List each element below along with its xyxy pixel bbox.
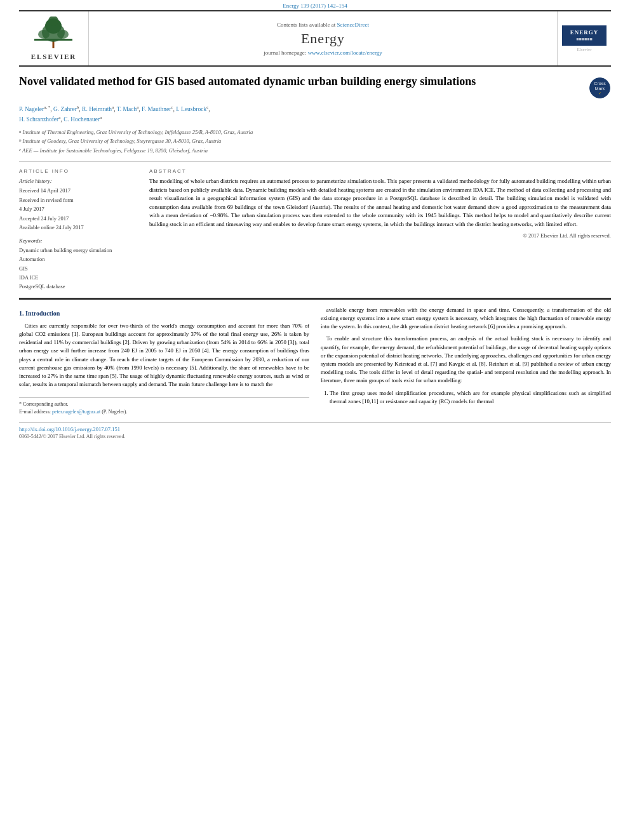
- affiliation-a: a Institute of Thermal Engineering, Graz…: [19, 128, 611, 137]
- crossmark-logo: Cross Mark ✓: [589, 77, 611, 99]
- affiliation-c: c AEE — Institute for Sustainable Techno…: [19, 147, 611, 156]
- body-col-left: 1. Introduction Cities are currently res…: [19, 306, 309, 417]
- body-two-col: 1. Introduction Cities are currently res…: [19, 306, 611, 417]
- journal-homepage-link[interactable]: www.elsevier.com/locate/energy: [308, 50, 382, 56]
- bottom-bar: http://dx.doi.org/10.1016/j.energy.2017.…: [19, 422, 611, 439]
- article-dates: Received 14 April 2017 Received in revis…: [19, 186, 137, 232]
- intro-para-1: Cities are currently responsible for ove…: [19, 322, 309, 389]
- date-online: Available online 24 July 2017: [19, 223, 137, 232]
- keyword-3: GIS: [19, 264, 137, 273]
- tools-list: The first group uses model simplificatio…: [330, 389, 611, 406]
- email-link[interactable]: peter.nageler@tugraz.at: [52, 409, 100, 415]
- energy-logo-area: ENERGY ■■■■■■ Elsevier: [557, 11, 611, 65]
- author-mach[interactable]: T. Mach: [117, 106, 137, 112]
- footnote-area: * Corresponding author. E-mail address: …: [19, 397, 309, 416]
- article-title: Novel validated method for GIS based aut…: [19, 74, 579, 89]
- keyword-2: Automation: [19, 255, 137, 263]
- elsevier-logo-area: ELSEVIER: [19, 11, 89, 65]
- date-received: Received 14 April 2017: [19, 186, 137, 195]
- author-mauthner[interactable]: F. Mauthner: [142, 106, 171, 112]
- keyword-4: IDA ICE: [19, 273, 137, 282]
- energy-logo: ENERGY ■■■■■■: [562, 25, 607, 46]
- doi-line: http://dx.doi.org/10.1016/j.energy.2017.…: [19, 426, 611, 432]
- author-zahrer[interactable]: G. Zahrer: [53, 106, 77, 112]
- copyright-line: © 2017 Elsevier Ltd. All rights reserved…: [149, 232, 611, 239]
- svg-text:✓: ✓: [598, 91, 601, 95]
- intro-heading: 1. Introduction: [19, 309, 309, 318]
- keyword-5: PostgreSQL database: [19, 282, 137, 291]
- divider-2: [19, 298, 611, 300]
- article-body-cols: ARTICLE INFO Article history: Received 1…: [19, 168, 611, 291]
- footnote-corresponding: * Corresponding author.: [19, 401, 309, 408]
- article-info-heading: ARTICLE INFO: [19, 168, 137, 174]
- svg-text:Mark: Mark: [595, 86, 605, 91]
- journal-header: ELSEVIER Contents lists available at Sci…: [19, 10, 611, 67]
- abstract-col: ABSTRACT The modelling of whole urban di…: [149, 168, 611, 291]
- article-title-section: Novel validated method for GIS based aut…: [19, 74, 611, 99]
- journal-header-center: Contents lists available at ScienceDirec…: [89, 11, 557, 65]
- keywords-label: Keywords:: [19, 237, 137, 244]
- authors: P. Nagelera, *, G. Zahrerb, R. Heimratha…: [19, 104, 611, 125]
- date-revised: 4 July 2017: [19, 204, 137, 213]
- journal-volume-info: Energy 139 (2017) 142–154: [0, 0, 630, 10]
- keyword-1: Dynamic urban building energy simulation: [19, 246, 137, 255]
- footnote-email: E-mail address: peter.nageler@tugraz.at …: [19, 408, 309, 416]
- author-leusbrock[interactable]: I. Leusbrock: [176, 106, 206, 112]
- date-revised-label: Received in revised form: [19, 196, 137, 204]
- abstract-text: The modelling of whole urban districts r…: [149, 177, 611, 229]
- author-heimrath[interactable]: R. Heimrath: [82, 106, 112, 112]
- intro-para-col2-1: available energy from renewables with th…: [321, 306, 611, 331]
- science-direct-line: Contents lists available at ScienceDirec…: [277, 22, 369, 28]
- author-schranzhofer[interactable]: H. Schranzhofer: [19, 117, 58, 123]
- svg-point-5: [38, 30, 50, 39]
- affiliation-b: b Institute of Geodesy, Graz University …: [19, 137, 611, 146]
- author-nageler[interactable]: P. Nageler: [19, 106, 44, 112]
- article-history-label: Article history:: [19, 178, 137, 184]
- article-info-col: ARTICLE INFO Article history: Received 1…: [19, 168, 137, 291]
- svg-text:Cross: Cross: [594, 81, 606, 86]
- abstract-heading: ABSTRACT: [149, 168, 611, 174]
- elsevier-text: ELSEVIER: [31, 53, 77, 60]
- main-content: Novel validated method for GIS based aut…: [19, 67, 611, 447]
- journal-homepage: journal homepage: www.elsevier.com/locat…: [264, 50, 382, 56]
- divider-1: [19, 161, 611, 162]
- body-col-right: available energy from renewables with th…: [321, 306, 611, 417]
- affiliations: a Institute of Thermal Engineering, Graz…: [19, 128, 611, 156]
- keywords-section: Keywords: Dynamic urban building energy …: [19, 237, 137, 291]
- list-item-1: The first group uses model simplificatio…: [330, 389, 611, 406]
- author-hochenauer[interactable]: C. Hochenauer: [64, 117, 100, 123]
- date-accepted: Accepted 24 July 2017: [19, 214, 137, 223]
- sciencedirect-link[interactable]: ScienceDirect: [337, 22, 369, 28]
- intro-para-col2-2: To enable and structure this transformat…: [321, 335, 611, 385]
- journal-title: Energy: [301, 30, 345, 47]
- issn-line: 0360-5442/© 2017 Elsevier Ltd. All right…: [19, 434, 611, 439]
- svg-point-6: [57, 30, 69, 39]
